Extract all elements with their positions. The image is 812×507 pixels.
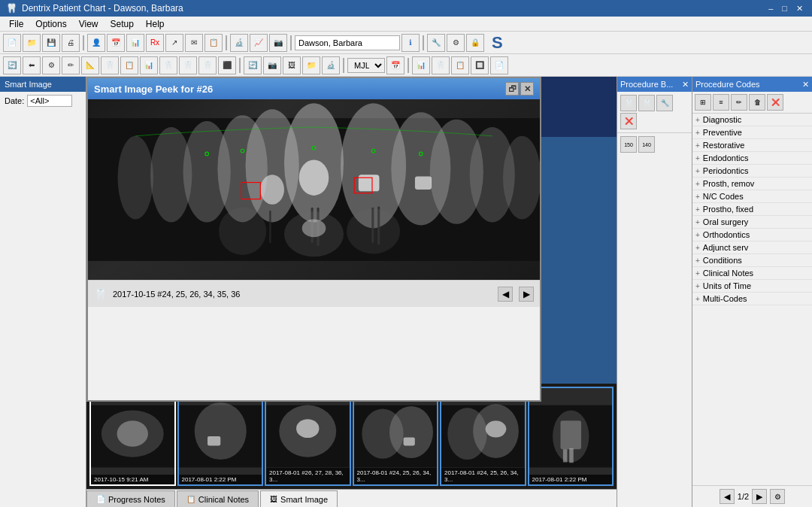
proc-b-close[interactable]: ✕ <box>682 80 689 90</box>
sep2 <box>226 35 227 50</box>
tb2-view2[interactable]: 🦷 <box>432 56 450 74</box>
tb2-5[interactable]: 📐 <box>81 56 99 74</box>
proc-item-7[interactable]: +Prostho, fixed <box>692 203 812 216</box>
proc-b-btn6[interactable]: 140 <box>638 136 655 153</box>
tb2-10[interactable]: 🦷 <box>179 56 197 74</box>
menu-options[interactable]: Options <box>29 17 72 31</box>
tb2-view1[interactable]: 📊 <box>412 56 430 74</box>
proc-item-13[interactable]: +Units of Time <box>692 280 812 293</box>
proc-nav-settings[interactable]: ⚙ <box>770 489 785 504</box>
tb2-17[interactable]: 🔬 <box>322 56 340 74</box>
tb2-7[interactable]: 📋 <box>120 56 138 74</box>
patient-search[interactable] <box>295 35 400 50</box>
pc-btn-x[interactable]: ❌ <box>767 94 783 111</box>
proc-item-9[interactable]: +Orthodontics <box>692 229 812 241</box>
proc-item-8[interactable]: +Oral surgery <box>692 216 812 229</box>
tb2-11[interactable]: 🦷 <box>198 56 217 74</box>
proc-item-4[interactable]: +Periodontics <box>692 165 812 178</box>
proc-item-12[interactable]: +Clinical Notes <box>692 267 812 280</box>
pc-btn-list[interactable]: ≡ <box>713 94 729 111</box>
provider-select[interactable]: MJL1 <box>347 58 385 73</box>
tb2-16[interactable]: 📁 <box>302 56 320 74</box>
proc-b-btn1[interactable]: 🦷 <box>620 95 637 111</box>
proc-item-14[interactable]: +Multi-Codes <box>692 293 812 305</box>
proc-item-2[interactable]: +Restorative <box>692 139 812 152</box>
tab-progress-notes[interactable]: 📄 Progress Notes <box>86 490 175 507</box>
tb-new[interactable]: 📄 <box>3 34 21 52</box>
modal-header[interactable]: Smart Image Peek for #26 🗗 ✕ <box>88 78 540 99</box>
proc-b-btn4[interactable]: ❌ <box>620 113 637 129</box>
tb2-2[interactable]: ⬅ <box>23 56 41 74</box>
tb2-3[interactable]: ⚙ <box>42 56 60 74</box>
pc-btn-edit[interactable]: ✏ <box>731 94 747 111</box>
tb-misc1[interactable]: 🔧 <box>427 34 445 52</box>
tab-clinical-notes[interactable]: 📋 Clinical Notes <box>177 490 259 507</box>
tb-open[interactable]: 📁 <box>23 34 41 52</box>
proc-b-btn5[interactable]: 150 <box>620 136 637 153</box>
tb2-15[interactable]: 🖼 <box>283 56 301 74</box>
tb2-9[interactable]: 🦷 <box>159 56 177 74</box>
strip-date-3: 2017-08-01 #24, 25, 26, 34, 3... <box>354 468 438 484</box>
proc-nav-prev[interactable]: ◀ <box>720 489 735 504</box>
proc-item-11[interactable]: +Conditions <box>692 254 812 267</box>
proc-item-3[interactable]: +Endodontics <box>692 152 812 165</box>
tb-info[interactable]: ℹ <box>401 34 420 52</box>
proc-item-6[interactable]: +N/C Codes <box>692 190 812 203</box>
tb2-12[interactable]: ⬛ <box>218 56 236 74</box>
proc-item-5[interactable]: +Prosth, remov <box>692 178 812 190</box>
tb-save[interactable]: 💾 <box>42 34 60 52</box>
tb-patient[interactable]: 👤 <box>87 34 105 52</box>
tb2-4[interactable]: ✏ <box>62 56 80 74</box>
modal-prev-button[interactable]: ◀ <box>498 287 513 302</box>
proc-item-10[interactable]: +Adjunct serv <box>692 241 812 254</box>
tb-rx[interactable]: Rx <box>146 34 164 52</box>
tb2-view3[interactable]: 📋 <box>451 56 469 74</box>
tab-smart-image[interactable]: 🖼 Smart Image <box>260 490 338 507</box>
tb2-8[interactable]: 📊 <box>140 56 158 74</box>
pc-btn-delete[interactable]: 🗑 <box>749 94 765 111</box>
tb2-view4[interactable]: 🔲 <box>471 56 489 74</box>
close-button[interactable]: ✕ <box>793 4 806 14</box>
tb2-view5[interactable]: 📄 <box>490 56 508 74</box>
proc-b-btn2[interactable]: 🦷 <box>638 95 655 111</box>
menu-setup[interactable]: Setup <box>105 17 140 31</box>
date-filter-input[interactable] <box>27 95 72 107</box>
menu-view[interactable]: View <box>73 17 105 31</box>
tb-print[interactable]: 🖨 <box>62 34 80 52</box>
tb-email[interactable]: ✉ <box>185 34 203 52</box>
tb2-1[interactable]: 🔄 <box>3 56 21 74</box>
maximize-button[interactable]: □ <box>779 4 790 14</box>
tb-docs[interactable]: 📋 <box>205 34 223 52</box>
tb2-14[interactable]: 📷 <box>263 56 281 74</box>
tb-misc2[interactable]: ⚙ <box>447 34 465 52</box>
proc-b-btn3[interactable]: 🔧 <box>656 95 673 111</box>
tb-ledger[interactable]: 📊 <box>126 34 144 52</box>
tb-xray[interactable]: 🔬 <box>230 34 248 52</box>
procedure-codes-close[interactable]: ✕ <box>802 80 809 90</box>
menu-file[interactable]: File <box>3 17 29 31</box>
tb-referral[interactable]: ↗ <box>165 34 183 52</box>
svg-point-12 <box>503 136 540 220</box>
modal-close-button[interactable]: ✕ <box>520 82 534 96</box>
tb-misc3[interactable]: 🔒 <box>466 34 484 52</box>
proc-item-1[interactable]: +Preventive <box>692 126 812 139</box>
svg-rect-50 <box>569 448 574 463</box>
minimize-button[interactable]: – <box>765 4 776 14</box>
tb2-13[interactable]: 🔄 <box>244 56 262 74</box>
proc-b-row2: 150 140 <box>617 133 692 156</box>
tb-perio[interactable]: 📈 <box>250 34 268 52</box>
tb-appt[interactable]: 📅 <box>107 34 125 52</box>
modal-restore-button[interactable]: 🗗 <box>505 82 519 96</box>
proc-nav-next[interactable]: ▶ <box>752 489 767 504</box>
pc-btn-grid[interactable]: ⊞ <box>695 94 711 111</box>
tb2-6[interactable]: 🦷 <box>101 56 119 74</box>
modal-next-button[interactable]: ▶ <box>519 287 534 302</box>
proc-expand-11: + <box>695 257 700 265</box>
proc-expand-6: + <box>695 193 700 201</box>
tb-photo[interactable]: 📷 <box>269 34 287 52</box>
proc-item-0[interactable]: +Diagnostic <box>692 114 812 126</box>
proc-b-title: Procedure B... <box>620 80 673 89</box>
tb2-calendar[interactable]: 📅 <box>386 56 404 74</box>
menu-help[interactable]: Help <box>140 17 171 31</box>
smart-image-peek-modal[interactable]: Smart Image Peek for #26 🗗 ✕ <box>86 77 541 402</box>
